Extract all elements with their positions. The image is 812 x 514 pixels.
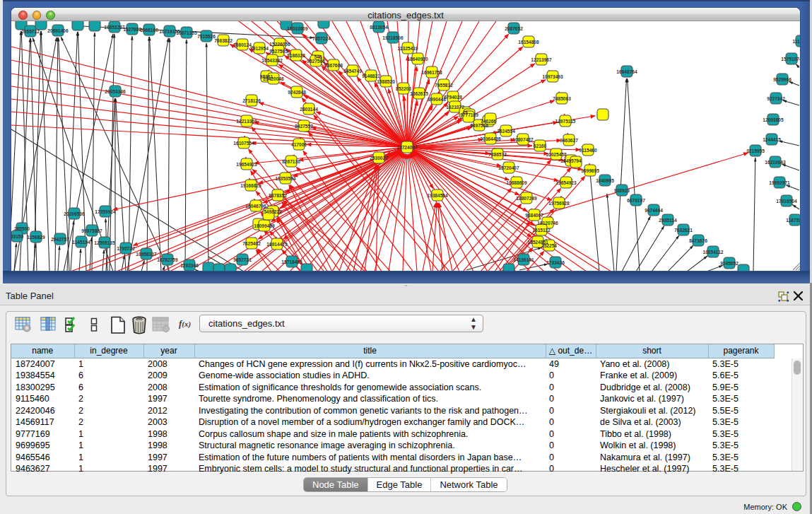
svg-text:2055712: 2055712 [21,29,40,34]
svg-text:9657721: 9657721 [233,257,252,262]
svg-text:1588520: 1588520 [377,79,395,84]
svg-text:8813054: 8813054 [370,25,388,30]
svg-text:938923: 938923 [614,188,630,193]
svg-text:1615112: 1615112 [532,228,551,233]
svg-text:9146821: 9146821 [362,74,380,78]
svg-text:8660124: 8660124 [233,42,252,47]
svg-text:16543382: 16543382 [261,58,283,63]
svg-text:7955812: 7955812 [435,83,453,88]
svg-text:10654112: 10654112 [703,250,724,255]
svg-text:12505135: 12505135 [94,240,115,245]
svg-text:9245652: 9245652 [720,261,739,266]
svg-text:3624554: 3624554 [497,129,515,134]
svg-text:16210643: 16210643 [765,160,786,165]
svg-text:2530027: 2530027 [370,156,388,160]
svg-text:2087652: 2087652 [505,26,523,31]
svg-text:1362615: 1362615 [410,91,428,96]
svg-text:417006: 417006 [291,142,307,147]
svg-text:99975887: 99975887 [81,228,102,233]
svg-text:6794028: 6794028 [444,95,462,100]
svg-text:852203: 852203 [396,86,411,91]
svg-text:16961758: 16961758 [421,70,442,75]
svg-text:265500: 265500 [14,226,30,231]
svg-text:10688609: 10688609 [506,180,527,185]
svg-text:1112524: 1112524 [793,39,800,44]
svg-text:9527508: 9527508 [307,59,325,64]
svg-text:19654923: 19654923 [555,180,577,185]
svg-text:1733426: 1733426 [546,260,565,265]
svg-text:11325419: 11325419 [398,46,418,51]
svg-text:8427552: 8427552 [295,124,313,129]
svg-text:20364436: 20364436 [480,136,501,141]
svg-text:7485063: 7485063 [553,96,571,101]
svg-text:1145194: 1145194 [72,240,90,245]
svg-text:16914479: 16914479 [266,242,288,247]
svg-text:9474444: 9474444 [645,208,663,213]
svg-text:10958107: 10958107 [136,252,157,257]
svg-text:10025458: 10025458 [546,152,567,157]
svg-text:2718126: 2718126 [242,98,261,103]
svg-text:18724007: 18724007 [396,145,418,150]
svg-text:7625402: 7625402 [242,241,261,246]
svg-text:15226056: 15226056 [269,42,290,47]
svg-text:12213967: 12213967 [531,57,552,62]
svg-text:16099489: 16099489 [254,223,275,228]
svg-text:2367608: 2367608 [324,63,343,68]
svg-text:16033809: 16033809 [287,26,308,31]
svg-text:19756928: 19756928 [548,201,570,206]
svg-text:19654923: 19654923 [236,162,257,167]
svg-text:18807249: 18807249 [516,196,537,201]
svg-text:9242848: 9242848 [288,90,306,95]
svg-text:16782759: 16782759 [157,257,178,262]
svg-text:252254: 252254 [541,243,557,248]
svg-text:8912954: 8912954 [250,46,269,51]
svg-text:9227342: 9227342 [767,96,785,101]
svg-text:15751074: 15751074 [781,57,800,62]
svg-text:1156829: 1156829 [27,235,45,240]
svg-text:9777169: 9777169 [460,112,478,117]
svg-text:746266: 746266 [481,119,496,124]
svg-text:14136141: 14136141 [513,257,534,262]
svg-text:19384554: 19384554 [427,193,448,198]
svg-text:19692971: 19692971 [769,180,790,185]
svg-text:8878352: 8878352 [269,193,287,198]
svg-text:15720407: 15720407 [498,165,519,170]
svg-text:3215955: 3215955 [746,148,765,153]
svg-text:2942757: 2942757 [51,237,69,242]
svg-text:8267130: 8267130 [282,159,300,164]
svg-text:16107554: 16107554 [233,141,254,146]
svg-text:16154808: 16154808 [518,40,539,45]
svg-text:8186328: 8186328 [287,53,305,58]
svg-text:20053346: 20053346 [105,89,126,94]
svg-text:7386572: 7386572 [488,152,507,157]
svg-text:1527602: 1527602 [123,27,141,32]
svg-text:16648764: 16648764 [616,69,637,74]
svg-text:6966160: 6966160 [140,28,158,33]
svg-text:62160: 62160 [534,144,547,148]
svg-text:9463627: 9463627 [560,138,578,143]
svg-text:12093805: 12093805 [763,117,784,122]
svg-text:11353594: 11353594 [276,176,296,181]
svg-text:16495794: 16495794 [560,158,582,163]
svg-text:1040995: 1040995 [596,178,614,183]
svg-text:7632621: 7632621 [674,228,693,233]
svg-text:8471676: 8471676 [689,238,707,243]
svg-text:2935114: 2935114 [659,218,677,223]
svg-text:8454749: 8454749 [343,69,362,74]
svg-text:39159: 39159 [11,234,23,239]
svg-text:9699695: 9699695 [581,168,599,173]
svg-text:19218506: 19218506 [382,35,404,40]
svg-text:15718485: 15718485 [281,259,302,264]
svg-text:19166829: 19166829 [240,183,261,188]
svg-text:16046796: 16046796 [245,204,266,209]
svg-text:12213369: 12213369 [236,119,257,124]
svg-text:20206536: 20206536 [64,211,85,216]
svg-text:20691406: 20691406 [47,28,69,33]
svg-text:18640910: 18640910 [407,57,428,62]
svg-text:6679197: 6679197 [627,198,645,203]
svg-text:1167533: 1167533 [786,218,800,223]
svg-text:1292346: 1292346 [180,263,199,268]
svg-text:1244415: 1244415 [763,137,781,142]
svg-text:10973493: 10973493 [542,74,563,79]
svg-text:2803144: 2803144 [300,107,318,112]
